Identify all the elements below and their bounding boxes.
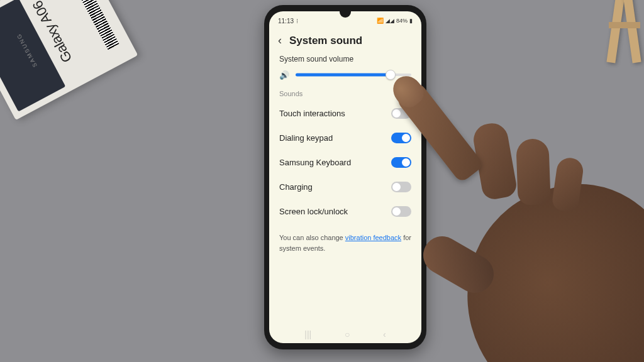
signal-icons: 📶 ◢◢ xyxy=(377,18,394,24)
toggle-switch[interactable] xyxy=(391,182,411,192)
back-nav-button[interactable]: ‹ xyxy=(383,329,386,339)
setting-label: Samsung Keyboard xyxy=(279,158,351,167)
setting-label: Touch interactions xyxy=(279,109,345,118)
toggle-switch[interactable] xyxy=(391,206,411,217)
setting-label: Charging xyxy=(279,182,313,192)
setting-row[interactable]: Dialing keypad xyxy=(279,126,411,150)
setting-label: Screen lock/unlock xyxy=(279,207,348,216)
battery-icon: ▮ xyxy=(409,18,413,24)
toggle-switch[interactable] xyxy=(391,133,411,143)
phone-screen: 11:13 ⁝ 📶 ◢◢ 84% ▮ ‹ System sound System… xyxy=(269,11,421,343)
notification-icon: ⁝ xyxy=(296,18,298,25)
volume-label: System sound volume xyxy=(279,55,411,63)
setting-label: Dialing keypad xyxy=(279,133,333,143)
setting-row[interactable]: Samsung Keyboard xyxy=(279,150,411,175)
volume-section: System sound volume 🔊 xyxy=(279,55,411,80)
hand xyxy=(392,98,644,362)
page-header: ‹ System sound xyxy=(269,28,421,55)
footer-text: You can also change vibration feedback f… xyxy=(279,233,411,253)
phone-device: 11:13 ⁝ 📶 ◢◢ 84% ▮ ‹ System sound System… xyxy=(264,5,426,349)
battery-percentage: 84% xyxy=(396,18,408,24)
setting-row[interactable]: Touch interactions xyxy=(279,101,411,126)
volume-slider[interactable] xyxy=(296,70,411,80)
setting-row[interactable]: Charging xyxy=(279,175,411,199)
toggle-switch[interactable] xyxy=(391,157,411,168)
sounds-section-header: Sounds xyxy=(279,90,411,97)
volume-icon: 🔊 xyxy=(279,70,289,80)
home-button[interactable]: ○ xyxy=(345,329,350,339)
setting-row[interactable]: Screen lock/unlock xyxy=(279,199,411,224)
page-title: System sound xyxy=(289,35,362,47)
back-button[interactable]: ‹ xyxy=(278,34,282,47)
wood-stand xyxy=(606,0,644,69)
product-box: SAMSUNG Galaxy A06 xyxy=(0,0,138,120)
footer-prefix: You can also change xyxy=(279,234,345,241)
toggle-switch[interactable] xyxy=(391,108,411,119)
navigation-bar: ||| ○ ‹ xyxy=(269,329,421,339)
recents-button[interactable]: ||| xyxy=(304,329,311,339)
vibration-feedback-link[interactable]: vibration feedback xyxy=(345,234,401,241)
status-time: 11:13 xyxy=(278,18,294,25)
barcode-icon xyxy=(72,0,119,50)
